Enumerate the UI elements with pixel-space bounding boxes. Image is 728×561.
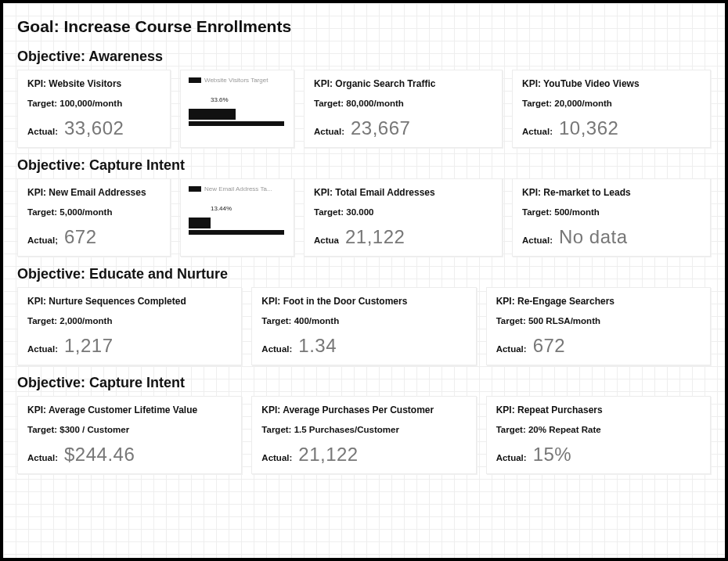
kpi-name: KPI: Website Visitors <box>27 78 160 89</box>
bar-full <box>189 121 284 126</box>
kpi-actual-label: Actual: <box>27 344 58 354</box>
kpi-actual-row: Actual:672 <box>496 335 701 357</box>
kpi-actual-row: Actual:21,122 <box>261 444 466 466</box>
kpi-actual-value: No data <box>559 226 628 248</box>
kpi-actual-label: Actual; <box>27 236 58 245</box>
kpi-actual-label: Actua <box>314 236 339 245</box>
dashboard-page: Goal: Increase Course Enrollments Object… <box>3 3 725 558</box>
kpi-card: KPI: Total Email AddressesTarget: 30.000… <box>304 178 503 257</box>
legend-swatch-icon <box>189 186 201 192</box>
kpi-card: KPI: Average Customer Lifetime ValueTarg… <box>17 396 242 474</box>
kpi-target: Target: 100,000/month <box>27 99 160 108</box>
kpi-target: Target: 5,000/month <box>27 207 160 217</box>
kpi-actual-row: Actual:10,362 <box>522 117 701 139</box>
kpi-actual-value: $244.46 <box>64 444 135 466</box>
kpi-name: KPI: Re-market to Leads <box>522 187 701 198</box>
objective-block: Objective: Educate and NurtureKPI: Nurtu… <box>17 266 711 365</box>
kpi-card: KPI: Organic Search TrafficTarget: 80,00… <box>304 70 503 148</box>
kpi-target: Target: 80,000/month <box>314 99 492 108</box>
kpi-target: Target: 2,000/month <box>27 316 232 325</box>
kpi-row: KPI: Website VisitorsTarget: 100,000/mon… <box>17 70 711 148</box>
kpi-target: Target: 500/month <box>522 207 701 217</box>
kpi-name: KPI: Nurture Sequences Completed <box>27 296 232 307</box>
kpi-actual-label: Actual: <box>314 127 344 136</box>
kpi-card: KPI: Nurture Sequences CompletedTarget: … <box>17 287 242 365</box>
kpi-card: KPI: Repeat PurchasersTarget: 20% Repeat… <box>486 396 711 474</box>
kpi-row: KPI: Nurture Sequences CompletedTarget: … <box>17 287 711 365</box>
bar-partial <box>189 218 211 228</box>
kpi-actual-row: Actua21,122 <box>314 226 492 248</box>
kpi-name: KPI: Organic Search Traffic <box>314 78 492 89</box>
kpi-actual-label: Actual: <box>496 453 527 462</box>
objective-block: Objective: Capture IntentKPI: Average Cu… <box>17 375 711 474</box>
kpi-name: KPI: Re-Engage Searchers <box>496 296 701 307</box>
kpi-name: KPI: Foot in the Door Customers <box>261 296 466 307</box>
minichart-percent: 13.44% <box>211 205 232 212</box>
objective-title: Objective: Educate and Nurture <box>17 266 711 282</box>
kpi-actual-label: Actual: <box>522 236 553 245</box>
minichart-legend-text: Website Visitors Target <box>204 77 268 84</box>
kpi-actual-value: 23,667 <box>351 117 410 139</box>
kpi-actual-row: Actual:23,667 <box>314 117 492 139</box>
bar-full <box>189 230 284 235</box>
kpi-actual-value: 21,122 <box>345 226 405 248</box>
kpi-actual-value: 10,362 <box>559 117 618 139</box>
kpi-card: KPI: Foot in the Door CustomersTarget: 4… <box>251 287 476 365</box>
kpi-actual-row: Actual:1,217 <box>27 335 232 357</box>
objective-block: Objective: Capture IntentKPI: New Email … <box>17 157 711 257</box>
kpi-minichart: New Email Address Ta...13.44% <box>180 178 294 257</box>
kpi-row: KPI: New Email AddressesTarget: 5,000/mo… <box>17 178 711 257</box>
kpi-actual-row: Actual:33,602 <box>27 117 160 139</box>
kpi-actual-value: 672 <box>64 226 97 248</box>
kpi-actual-value: 1,217 <box>64 335 114 357</box>
kpi-target: Target: 30.000 <box>314 207 492 217</box>
objective-title: Objective: Capture Intent <box>17 157 711 174</box>
objective-title: Objective: Awareness <box>17 49 711 65</box>
kpi-actual-value: 21,122 <box>298 444 358 466</box>
kpi-actual-row: Actual:$244.46 <box>27 444 232 466</box>
kpi-actual-label: Actual: <box>496 344 527 354</box>
kpi-actual-label: Actual: <box>261 344 292 354</box>
kpi-target: Target: 1.5 Purchases/Customer <box>261 425 466 434</box>
kpi-card: KPI: YouTube Video ViewsTarget: 20,000/m… <box>512 70 711 148</box>
kpi-target: Target: 20% Repeat Rate <box>496 425 701 434</box>
kpi-name: KPI: YouTube Video Views <box>522 78 701 89</box>
minichart-bar: 33.6% <box>189 99 287 126</box>
goal-title: Goal: Increase Course Enrollments <box>17 17 711 36</box>
kpi-name: KPI: New Email Addresses <box>27 187 160 198</box>
kpi-name: KPI: Repeat Purchasers <box>496 405 701 415</box>
kpi-minichart: Website Visitors Target33.6% <box>180 70 294 148</box>
minichart-legend: New Email Address Ta... <box>189 185 287 192</box>
kpi-actual-row: Actual:15% <box>496 444 701 466</box>
kpi-row: KPI: Average Customer Lifetime ValueTarg… <box>17 396 711 474</box>
kpi-card: KPI: Average Purchases Per CustomerTarge… <box>251 396 476 474</box>
kpi-actual-row: Actual:No data <box>522 226 701 248</box>
minichart-legend-text: New Email Address Ta... <box>204 185 272 192</box>
kpi-actual-label: Actual: <box>27 453 58 462</box>
kpi-card: KPI: Website VisitorsTarget: 100,000/mon… <box>17 70 171 148</box>
minichart-percent: 33.6% <box>211 96 229 103</box>
kpi-target: Target: 20,000/month <box>522 99 701 108</box>
kpi-card: KPI: New Email AddressesTarget: 5,000/mo… <box>17 178 171 257</box>
kpi-actual-value: 15% <box>533 444 572 466</box>
kpi-actual-row: Actual:1.34 <box>261 335 466 357</box>
kpi-name: KPI: Average Purchases Per Customer <box>261 405 466 415</box>
kpi-actual-label: Actual: <box>261 453 292 462</box>
kpi-actual-row: Actual;672 <box>27 226 160 248</box>
minichart-bar: 13.44% <box>189 208 287 235</box>
objective-title: Objective: Capture Intent <box>17 375 711 391</box>
kpi-actual-value: 1.34 <box>298 335 337 357</box>
objective-block: Objective: AwarenessKPI: Website Visitor… <box>17 49 711 148</box>
legend-swatch-icon <box>189 77 201 83</box>
kpi-name: KPI: Average Customer Lifetime Value <box>27 405 232 415</box>
kpi-target: Target: 400/month <box>261 316 466 325</box>
kpi-target: Target: 500 RLSA/month <box>496 316 701 325</box>
kpi-actual-value: 672 <box>533 335 566 357</box>
minichart-legend: Website Visitors Target <box>189 77 287 84</box>
kpi-card: KPI: Re-market to LeadsTarget: 500/month… <box>512 178 711 257</box>
bar-partial <box>189 109 236 120</box>
kpi-target: Target: $300 / Customer <box>27 425 232 434</box>
kpi-card: KPI: Re-Engage SearchersTarget: 500 RLSA… <box>486 287 711 365</box>
kpi-actual-label: Actual: <box>27 127 58 136</box>
kpi-actual-value: 33,602 <box>64 117 124 139</box>
